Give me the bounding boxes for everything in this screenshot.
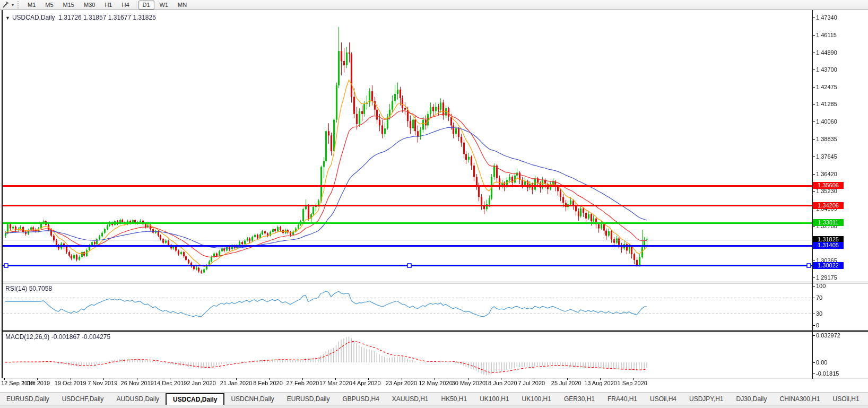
macd-name: MACD(12,26,9): [5, 333, 49, 341]
date-axis-label: 4 Apr 2020: [352, 380, 380, 386]
tab-dj30-daily[interactable]: DJ30,Daily: [730, 393, 774, 405]
tab-eurusd-daily[interactable]: EURUSD,Daily: [0, 393, 56, 405]
timeframe-mn[interactable]: MN: [173, 1, 191, 10]
date-axis-label: 21 Jan 2020: [220, 380, 253, 386]
symbol-dropdown-icon[interactable]: ▼: [5, 15, 10, 21]
timeframe-m15[interactable]: M15: [59, 1, 79, 10]
date-axis-label: 27 Feb 2020: [287, 380, 319, 386]
date-axis-label: 2 Jan 2020: [187, 380, 215, 386]
date-axis-label: 18 Jun 2020: [485, 380, 517, 386]
date-axis-label: 25 Jul 2020: [551, 380, 581, 386]
rsi-axis-tick: 70: [816, 294, 822, 301]
date-axis-label: 7 Nov 2019: [88, 380, 117, 386]
tab-uk100-h1[interactable]: UK100,H1: [516, 393, 558, 405]
date-axis-label: 1 Sep 2020: [618, 380, 647, 386]
tab-usdcnh-daily[interactable]: USDCNH,Daily: [224, 393, 280, 405]
cursor-tool-icon: [2, 1, 11, 8]
timeframe-m5[interactable]: M5: [41, 1, 57, 10]
timeframe-buttons: M1M5M15M30H1H4D1W1MN: [23, 1, 192, 10]
rsi-value: 50.7058: [29, 285, 52, 292]
chart-title: ▼USDCAD,Daily 1.31726 1.31857 1.31677 1.…: [5, 14, 156, 21]
date-axis-label: 8 Feb 2020: [253, 380, 283, 386]
tab-usoil-h4[interactable]: USOil,H4: [644, 393, 683, 405]
timeframe-d1[interactable]: D1: [138, 1, 154, 10]
tab-fra40-h1[interactable]: FRA40,H1: [601, 393, 644, 405]
tab-china300-h1[interactable]: CHINA300,H1: [774, 393, 827, 405]
tab-bar-gap: [0, 389, 868, 393]
chart-canvas[interactable]: [0, 0, 868, 389]
macd-axis-tick: 0.00: [816, 359, 827, 366]
rsi-axis-tick: 100: [816, 283, 826, 289]
price-badge: 1.34206: [813, 202, 844, 209]
price-badge: 1.35606: [813, 182, 844, 189]
tab-hk50-h1[interactable]: HK50,H1: [435, 393, 474, 405]
price-axis-tick: 1.37645: [816, 153, 837, 160]
price-axis-tick: 1.43700: [816, 66, 837, 73]
mt4-terminal: { "toolbar": { "timeframes": ["M1","M5",…: [0, 0, 868, 408]
date-axis-label: 17 Mar 2020: [319, 380, 352, 386]
date-axis-label: 14 Dec 2019: [154, 380, 187, 386]
tab-row: EURUSD,DailyUSDCHF,DailyAUDUSD,DailyUSDC…: [0, 393, 868, 405]
price-axis-tick: 1.36420: [816, 171, 837, 177]
quote-high: 1.31857: [83, 14, 106, 21]
date-axis-label: 19 Oct 2019: [55, 380, 86, 386]
tab-gbpusd-h4[interactable]: GBPUSD,H4: [336, 393, 385, 405]
date-axis-label: 12 May 2020: [419, 380, 453, 386]
date-axis-label: 1 Oct 2019: [21, 380, 50, 386]
tab-usoil-h1[interactable]: USOil,H1: [827, 393, 866, 405]
tab-uk100-h1[interactable]: UK100,H1: [473, 393, 515, 405]
date-axis-label: 23 Apr 2020: [386, 380, 417, 386]
price-axis-tick: 1.42475: [816, 84, 837, 90]
timeframe-h4[interactable]: H4: [117, 1, 133, 10]
tab-xauusd-h1[interactable]: XAUUSD,H1: [386, 393, 435, 405]
quote-open: 1.31726: [58, 14, 81, 21]
price-axis-tick: 1.46115: [816, 32, 837, 38]
date-axis-label: 30 May 2020: [452, 380, 486, 386]
chart-symbol: USDCAD,Daily: [12, 14, 55, 21]
tab-ger30-h1[interactable]: GER30,H1: [558, 393, 601, 405]
timeframe-toolbar: ▾ M1M5M15M30H1H4D1W1MN: [0, 0, 868, 10]
timeframe-m30[interactable]: M30: [80, 1, 99, 10]
price-axis-tick: 1.44890: [816, 49, 837, 56]
toolbar-separator: [136, 1, 136, 8]
tab-bar-strip: [0, 405, 868, 408]
macd-values: -0.001867 -0.004275: [51, 333, 110, 341]
cursor-tool-dropdown-icon[interactable]: ▾: [12, 3, 14, 7]
price-badge: 1.31405: [813, 242, 844, 249]
date-axis-label: 26 Nov 2019: [121, 380, 154, 386]
tab-usdcad-daily[interactable]: USDCAD,Daily: [166, 393, 224, 405]
chart-tab-bar: EURUSD,DailyUSDCHF,DailyAUDUSD,DailyUSDC…: [0, 389, 868, 408]
timeframe-m1[interactable]: M1: [23, 1, 40, 10]
rsi-axis-tick: 30: [816, 310, 822, 317]
tab-eurusd-daily[interactable]: EURUSD,Daily: [281, 393, 336, 405]
quote-close: 1.31825: [133, 14, 155, 21]
rsi-label: RSI(14) 50.7058: [5, 285, 52, 292]
macd-axis-tick: 0.032972: [816, 332, 840, 338]
price-badge: 1.33011: [813, 219, 844, 226]
rsi-axis-tick: 0: [816, 322, 819, 328]
cursor-tool-button[interactable]: ▾: [0, 0, 16, 10]
price-axis-tick: 1.29175: [816, 274, 837, 281]
price-axis-tick: 1.41285: [816, 101, 837, 107]
timeframe-h1[interactable]: H1: [100, 1, 116, 10]
price-axis-tick: 1.47340: [816, 14, 837, 21]
macd-axis-tick: -0.01815: [816, 370, 839, 377]
tab-usdjpy-h1[interactable]: USDJPY,H1: [683, 393, 730, 405]
macd-label: MACD(12,26,9) -0.001867 -0.004275: [5, 333, 110, 341]
date-axis-label: 13 Aug 2020: [584, 380, 617, 386]
price-axis-tick: 1.40060: [816, 118, 837, 125]
quote-low: 1.31677: [108, 14, 131, 21]
timeframe-w1[interactable]: W1: [155, 1, 173, 10]
rsi-name: RSI(14): [5, 285, 27, 292]
tab-audusd-daily[interactable]: AUDUSD,Daily: [110, 393, 166, 405]
toolbar-grip: [18, 1, 21, 8]
price-axis-tick: 1.38835: [816, 136, 837, 142]
price-badge: 1.30022: [813, 262, 844, 269]
tab-usdchf-daily[interactable]: USDCHF,Daily: [56, 393, 110, 405]
date-axis-label: 7 Jul 2020: [518, 380, 545, 386]
